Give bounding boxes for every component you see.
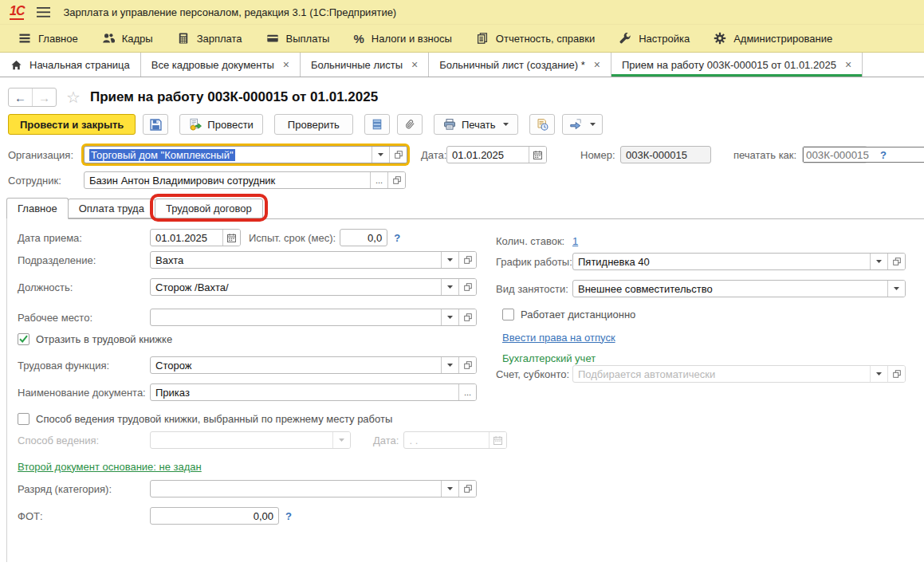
rate-count-link[interactable]: 1 [572,235,578,247]
attachments-button[interactable] [397,114,423,135]
save-button[interactable] [143,114,168,135]
labor-function-select[interactable]: Сторож [150,356,477,374]
reports-icon [476,32,489,45]
labor-function-dropdown-button[interactable] [441,357,458,373]
menu-administration[interactable]: Администрирование [702,25,844,52]
calendar-button[interactable] [529,147,546,163]
forward-document-button[interactable] [562,114,603,135]
schedule-dropdown-button[interactable] [870,254,887,269]
menu-payments[interactable]: Выплаты [254,25,342,52]
app-titlebar: 1С Зарплата и управление персоналом, ред… [0,0,924,24]
chevron-down-icon [447,285,453,289]
labor-function-open-button[interactable] [458,357,476,373]
doc-tab-main[interactable]: Главное [6,198,69,219]
second-doc-link[interactable]: Второй документ основание: не задан [18,461,202,473]
1c-logo: 1С [10,5,24,20]
tab-sick-leaves[interactable]: Больничные листы × [301,53,429,77]
post-and-close-button[interactable]: Провести и закрыть [8,114,136,135]
workplace-select[interactable] [150,309,477,326]
account-dropdown-button[interactable] [870,366,887,382]
grade-dropdown-button[interactable] [441,481,458,497]
menu-salary[interactable]: Зарплата [165,25,254,52]
doc-name-choose-button[interactable]: ... [458,384,476,400]
employee-open-button[interactable] [387,172,405,188]
schedule-select[interactable]: Пятидневка 40 [572,253,906,270]
tab-start-page[interactable]: Начальная страница [0,53,141,77]
fot-input[interactable]: 0,00 [150,507,279,525]
position-open-button[interactable] [458,279,476,295]
department-select[interactable]: Вахта [150,251,477,269]
favorite-star-icon[interactable]: ☆ [66,88,81,107]
employee-choose-button[interactable]: ... [370,172,387,188]
org-dropdown-button[interactable] [372,147,389,163]
card-icon [266,32,279,45]
menu-reports[interactable]: Отчетность, справки [464,25,607,52]
calendar-icon [493,435,503,446]
account-input[interactable] [578,368,865,380]
check-button[interactable]: Проверить [274,114,353,135]
record-book-checkbox[interactable] [18,333,29,345]
workplace-label: Рабочее место: [18,312,150,324]
department-open-button[interactable] [458,252,476,268]
workplace-dropdown-button[interactable] [441,309,458,325]
post-button[interactable]: Провести [179,114,263,135]
print-button[interactable]: Печать [434,114,519,135]
doc-name-field[interactable]: Приказ ... [150,383,477,401]
workplace-open-button[interactable] [458,309,476,325]
main-menu-icon[interactable] [37,7,50,18]
close-icon[interactable]: × [283,58,289,71]
ellipsis-icon: ... [375,175,383,185]
calendar-button[interactable] [222,230,240,246]
method-checkbox[interactable] [18,413,29,425]
print-as-help-link[interactable]: ? [880,149,887,161]
schedule-open-button[interactable] [887,254,905,269]
menu-main[interactable]: Главное [6,25,90,52]
doc-tab-contract[interactable]: Трудовой договор [155,199,263,218]
chevron-down-icon [894,287,899,290]
department-dropdown-button[interactable] [441,252,458,268]
hire-date-input[interactable]: 01.01.2025 [150,229,241,246]
doc-tab-payment[interactable]: Оплата труда [68,199,155,218]
position-dropdown-button[interactable] [441,279,458,295]
grade-open-button[interactable] [458,481,476,497]
menu-hr[interactable]: Кадры [90,25,165,52]
employment-dropdown-button[interactable] [887,281,905,297]
close-icon[interactable]: × [845,58,851,71]
close-icon[interactable]: × [411,58,418,71]
position-select[interactable]: Сторож /Вахта/ [150,278,477,296]
history-button[interactable] [529,114,555,135]
method-checkbox-label: Способ ведения трудовой книжки, выбранны… [36,413,392,425]
tab-hiring-document[interactable]: Прием на работу 003К-000015 от 01.01.202… [611,53,863,77]
number-field[interactable]: 003К-000015 [620,146,711,163]
menu-settings[interactable]: Настройка [607,25,702,52]
menu-taxes[interactable]: % Налоги и взносы [341,25,463,52]
save-icon [149,118,163,132]
open-form-icon [463,484,473,494]
print-as-input[interactable] [803,147,924,163]
journal-button[interactable] [364,114,390,135]
probation-help-link[interactable]: ? [394,232,400,244]
back-button[interactable]: ← [9,88,32,106]
grade-select[interactable] [150,480,477,497]
employment-label: Вид занятости: [496,283,572,295]
org-open-button[interactable] [389,147,407,163]
vacation-rights-link[interactable]: Ввести права на отпуск [502,332,615,344]
account-select[interactable] [572,365,906,383]
gear-icon [714,32,726,45]
forward-button[interactable]: → [32,88,56,106]
open-form-icon [392,175,402,185]
date-input[interactable]: 01.01.2025 [446,146,547,163]
close-icon[interactable]: × [594,58,600,71]
print-as-label: печатать как: [733,149,796,161]
tab-sick-leave-new[interactable]: Больничный лист (создание) * × [429,53,611,77]
account-open-button[interactable] [887,366,905,382]
fot-help-link[interactable]: ? [285,510,292,522]
employment-select[interactable]: Внешнее совместительство [572,280,906,297]
org-select[interactable]: Торговый дом "Комплексный" [84,146,407,163]
employee-field[interactable]: Базин Антон Владимирович сотрудник ... [84,171,406,189]
tab-all-hr-documents[interactable]: Все кадровые документы × [141,53,301,77]
remote-checkbox[interactable] [502,309,514,320]
percent-icon: % [353,32,364,45]
print-as-field[interactable] [802,146,867,163]
probation-input[interactable]: 0,0 [340,229,387,246]
